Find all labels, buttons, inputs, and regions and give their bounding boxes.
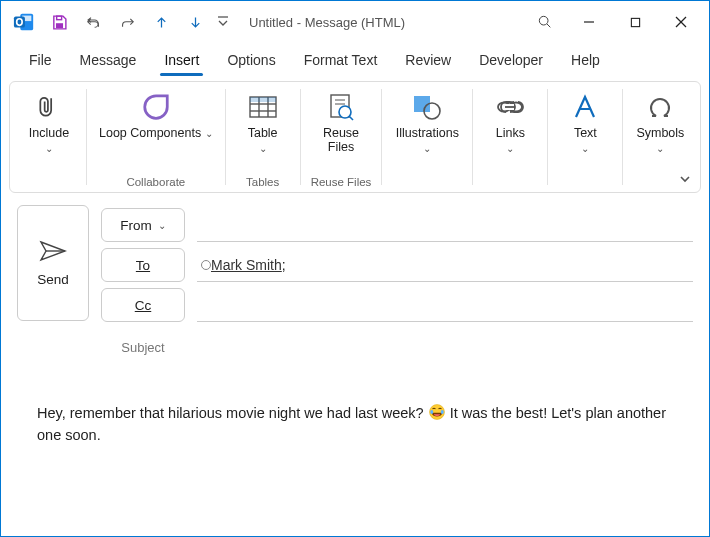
redo-button[interactable] <box>111 6 143 38</box>
menu-insert[interactable]: Insert <box>150 46 213 74</box>
menu-format-text[interactable]: Format Text <box>290 46 392 74</box>
message-body[interactable]: Hey, remember that hilarious movie night… <box>17 365 693 447</box>
omega-icon <box>643 90 677 124</box>
text-label: Text <box>574 126 597 140</box>
group-label-reuse-files: Reuse Files <box>311 176 372 190</box>
body-text-1: Hey, remember that hilarious movie night… <box>37 405 428 421</box>
to-button[interactable]: To <box>101 248 185 282</box>
menu-help[interactable]: Help <box>557 46 614 74</box>
menu-developer[interactable]: Developer <box>465 46 557 74</box>
chevron-down-icon: ⌄ <box>205 128 213 139</box>
chevron-down-icon: ⌄ <box>423 143 431 154</box>
reuse-files-icon <box>324 90 358 124</box>
table-button[interactable]: Table ⌄ <box>236 88 290 156</box>
svg-rect-5 <box>55 23 62 28</box>
illustrations-button[interactable]: Illustrations ⌄ <box>392 88 462 156</box>
svg-rect-4 <box>56 16 61 20</box>
menu-file[interactable]: File <box>15 46 66 74</box>
laughing-emoji <box>428 403 446 421</box>
group-label-collaborate: Collaborate <box>126 176 185 190</box>
links-label: Links <box>496 126 525 140</box>
previous-item-button[interactable] <box>145 6 177 38</box>
include-label: Include <box>29 126 69 140</box>
close-button[interactable] <box>659 6 703 38</box>
maximize-button[interactable] <box>613 6 657 38</box>
quick-access-toolbar <box>43 6 233 38</box>
search-button[interactable] <box>523 6 567 38</box>
to-field[interactable]: Mark Smith; <box>197 248 693 282</box>
send-label: Send <box>37 272 69 287</box>
chevron-down-icon: ⌄ <box>259 143 267 154</box>
reuse-files-label: Reuse Files <box>323 126 359 155</box>
compose-area: Send From ⌄ To Mark Smith; Cc <box>1 193 709 447</box>
title-bar: Untitled - Message (HTML) <box>1 1 709 43</box>
text-icon <box>568 90 602 124</box>
chevron-down-icon: ⌄ <box>158 220 166 231</box>
undo-button[interactable] <box>77 6 109 38</box>
cc-button[interactable]: Cc <box>101 288 185 322</box>
svg-point-33 <box>440 410 443 414</box>
chevron-down-icon: ⌄ <box>45 143 53 154</box>
links-button[interactable]: Links ⌄ <box>483 88 537 156</box>
subject-label: Subject <box>101 340 185 355</box>
svg-line-8 <box>547 24 550 27</box>
to-label: To <box>136 258 150 273</box>
subject-field[interactable] <box>197 332 693 362</box>
loop-icon <box>139 90 173 124</box>
svg-rect-10 <box>631 18 639 26</box>
ribbon: Include ⌄ Loop Components ⌄ Collaborate … <box>9 81 701 193</box>
from-label: From <box>120 218 152 233</box>
ribbon-collapse-button[interactable] <box>678 172 692 186</box>
symbols-label: Symbols <box>636 126 684 140</box>
cc-field[interactable] <box>197 288 693 322</box>
minimize-button[interactable] <box>567 6 611 38</box>
include-button[interactable]: Include ⌄ <box>22 88 76 156</box>
svg-rect-18 <box>250 97 276 102</box>
shapes-icon <box>410 90 444 124</box>
loop-label: Loop Components ⌄ <box>99 126 213 140</box>
symbols-button[interactable]: Symbols ⌄ <box>633 88 687 156</box>
group-label-blank <box>47 176 50 190</box>
from-button[interactable]: From ⌄ <box>101 208 185 242</box>
group-label-tables: Tables <box>246 176 279 190</box>
next-item-button[interactable] <box>179 6 211 38</box>
reuse-files-button[interactable]: Reuse Files <box>314 88 368 157</box>
outlook-icon <box>11 9 37 35</box>
text-button[interactable]: Text ⌄ <box>558 88 612 156</box>
menu-review[interactable]: Review <box>391 46 465 74</box>
window-title: Untitled - Message (HTML) <box>249 15 405 30</box>
send-button[interactable]: Send <box>17 205 89 321</box>
customize-qat-button[interactable] <box>213 6 233 38</box>
menu-message[interactable]: Message <box>66 46 151 74</box>
table-icon <box>246 90 280 124</box>
presence-indicator <box>201 260 211 270</box>
chevron-down-icon: ⌄ <box>656 143 664 154</box>
send-icon <box>39 240 67 262</box>
illustrations-label: Illustrations <box>396 126 459 140</box>
cc-label: Cc <box>135 298 152 313</box>
chevron-down-icon: ⌄ <box>581 143 589 154</box>
menu-options[interactable]: Options <box>213 46 289 74</box>
svg-point-32 <box>430 410 433 414</box>
recipient-chip[interactable]: Mark Smith <box>211 257 282 273</box>
chevron-down-icon: ⌄ <box>506 143 514 154</box>
table-label: Table <box>248 126 278 140</box>
link-icon <box>493 90 527 124</box>
menu-bar: File Message Insert Options Format Text … <box>1 43 709 77</box>
attach-icon <box>32 90 66 124</box>
from-field[interactable] <box>197 208 693 242</box>
loop-components-button[interactable]: Loop Components ⌄ <box>97 88 215 142</box>
svg-line-23 <box>349 116 353 120</box>
save-button[interactable] <box>43 6 75 38</box>
svg-point-7 <box>539 16 548 25</box>
